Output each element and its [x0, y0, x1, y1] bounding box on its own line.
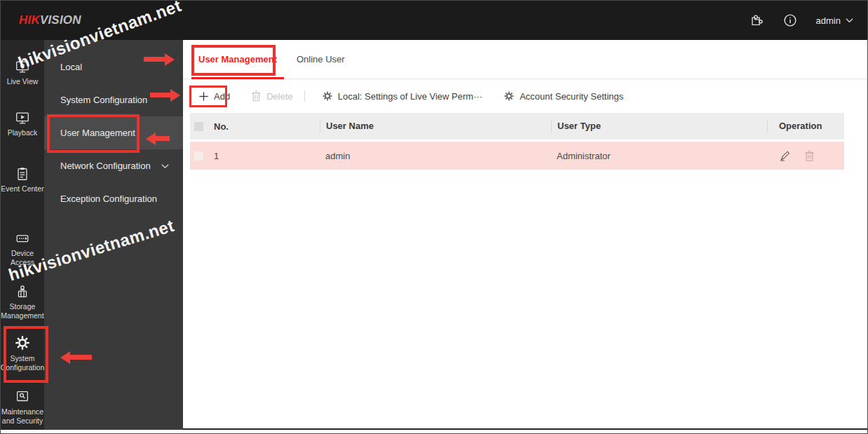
logo-hik-text: HIK: [19, 13, 40, 27]
plus-icon: [198, 91, 209, 102]
toolbar-divider: [304, 90, 305, 102]
tab-label: User Management: [198, 54, 277, 65]
gear-icon: [322, 90, 333, 102]
sidebar-item-maintenance-security[interactable]: Maintenance and Security: [1, 389, 44, 426]
chevron-down-icon: [161, 163, 169, 169]
submenu-label: Local: [60, 50, 82, 83]
sidebar-item-event-center[interactable]: Event Center: [1, 166, 44, 194]
sidebar-item-playback[interactable]: Playback: [1, 110, 44, 137]
gear-icon: [14, 334, 31, 351]
sidebar-item-system-configuration[interactable]: System Configuration: [1, 334, 44, 372]
live-view-permission-settings-label: Local: Settings of Live View Perm···: [338, 91, 482, 102]
add-button-label: Add: [214, 91, 230, 102]
header-user-name: User Name: [320, 120, 551, 133]
maintenance-icon: [15, 389, 30, 405]
sidebar-item-label: System Configuration: [1, 354, 44, 372]
sidebar-item-label: Playback: [8, 128, 38, 137]
select-all-checkbox[interactable]: [194, 122, 203, 131]
header-no: No.: [208, 121, 320, 132]
tab-online-user[interactable]: Online User: [290, 40, 352, 79]
user-name-label: admin: [816, 15, 841, 26]
table-row[interactable]: 1 admin Administrator: [190, 142, 844, 170]
account-security-settings-label: Account Security Settings: [520, 91, 623, 102]
sidebar-item-label: Maintenance and Security: [1, 407, 44, 426]
user-account-menu[interactable]: admin: [816, 15, 853, 26]
hikvision-logo: HIKVISION: [19, 13, 81, 27]
sidebar-item-label: Live View: [7, 77, 39, 86]
row-checkbox-cell: [190, 151, 208, 161]
puzzle-plugin-icon[interactable]: [749, 13, 764, 28]
chevron-down-icon: [846, 18, 853, 23]
tab-label: Online User: [297, 54, 345, 65]
app-window: HIKVISION admin: [1, 1, 867, 430]
logo-vision-text: VISION: [40, 13, 81, 27]
main-content: User Management Online User Add Delete: [183, 40, 867, 428]
delete-button-label: Delete: [266, 91, 293, 102]
tab-bar: User Management Online User: [183, 40, 867, 79]
screenshot-root: HIKVISION admin: [0, 0, 868, 434]
submenu-item-system-configuration[interactable]: System Configuration: [44, 83, 183, 116]
playback-icon: [15, 110, 30, 126]
storage-icon: [15, 284, 30, 299]
delete-button[interactable]: Delete: [244, 86, 300, 106]
live-view-permission-settings-button[interactable]: Local: Settings of Live View Perm···: [315, 86, 489, 106]
cell-no: 1: [208, 151, 320, 161]
toolbar: Add Delete Local: Settings of Live View …: [183, 79, 867, 113]
delete-trash-icon[interactable]: [803, 149, 816, 163]
sidebar-item-label: Device Access: [1, 249, 44, 267]
user-table: No. User Name User Type Operation 1 admi…: [190, 113, 844, 170]
table-header: No. User Name User Type Operation: [190, 113, 844, 140]
submenu-item-user-management[interactable]: User Management: [44, 116, 183, 149]
gear-icon: [503, 90, 515, 102]
live-view-monitor-icon: [15, 59, 30, 74]
sidebar-item-storage-management[interactable]: Storage Management: [1, 284, 44, 320]
submenu-item-local[interactable]: Local: [44, 50, 183, 83]
cell-user-type: Administrator: [551, 151, 767, 161]
config-sub-sidebar: Local System Configuration User Manageme…: [44, 40, 183, 430]
info-icon[interactable]: [782, 13, 798, 28]
header-user-type: User Type: [551, 120, 767, 133]
submenu-label: System Configuration: [60, 83, 147, 116]
sidebar-item-label: Event Center: [1, 184, 43, 194]
header-operation: Operation: [767, 120, 844, 133]
submenu-label: Network Configuration: [60, 149, 151, 182]
cell-user-name: admin: [320, 151, 551, 161]
cell-operation: [767, 149, 844, 163]
account-security-settings-button[interactable]: Account Security Settings: [496, 86, 630, 106]
main-sidebar: Live View Playback Event Center Device A…: [1, 40, 44, 430]
topbar: HIKVISION admin: [1, 1, 867, 40]
submenu-label: Exception Configuration: [60, 182, 157, 215]
trash-icon: [251, 90, 262, 102]
device-access-icon: [15, 231, 30, 246]
topbar-right-cluster: admin: [749, 13, 853, 28]
header-checkbox-cell: [190, 122, 208, 131]
tab-user-management[interactable]: User Management: [191, 40, 284, 79]
sidebar-item-device-access[interactable]: Device Access: [1, 231, 44, 267]
submenu-item-network-configuration[interactable]: Network Configuration: [44, 149, 183, 182]
sidebar-item-label: Storage Management: [1, 302, 44, 320]
event-clipboard-icon: [15, 166, 30, 182]
submenu-label: User Management: [60, 116, 135, 149]
row-checkbox[interactable]: [194, 151, 203, 161]
sidebar-item-live-view[interactable]: Live View: [1, 59, 44, 86]
edit-pen-icon[interactable]: [778, 149, 792, 163]
submenu-item-exception-configuration[interactable]: Exception Configuration: [44, 182, 183, 215]
add-button[interactable]: Add: [191, 87, 237, 106]
